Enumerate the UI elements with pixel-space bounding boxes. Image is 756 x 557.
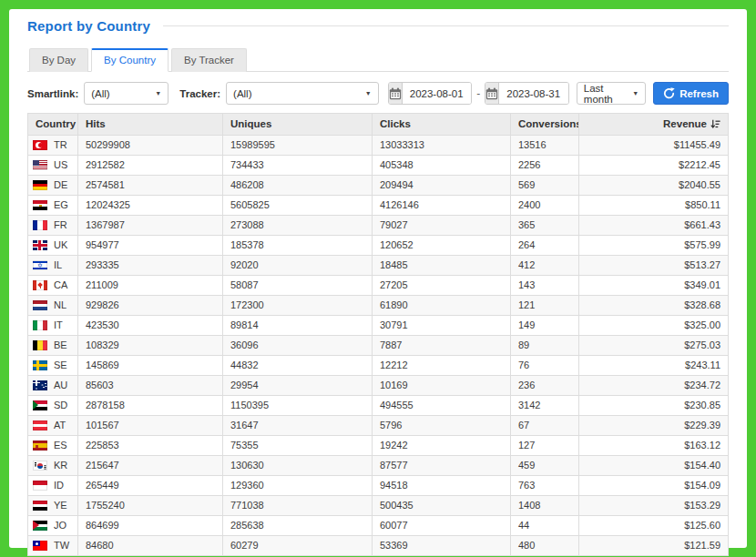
flag-es-icon	[33, 441, 47, 451]
revenue-cell: $229.39	[579, 416, 729, 436]
smartlink-select[interactable]: (All) ▼	[84, 82, 169, 105]
date-to-input[interactable]	[499, 83, 569, 104]
column-header-label: Conversions	[518, 118, 579, 129]
hits-cell: 265449	[78, 476, 223, 496]
chevron-down-icon: ▼	[155, 90, 161, 96]
country-cell: US	[28, 156, 78, 176]
table-row: US29125827344334053482256$2212.45	[28, 156, 729, 176]
table-row: BE10832936096788789$275.03	[28, 336, 729, 356]
country-code: JO	[54, 520, 66, 531]
conversions-cell: 763	[511, 476, 579, 496]
conversions-cell: 480	[511, 536, 579, 556]
date-from-input[interactable]	[403, 83, 473, 104]
clicks-cell: 18485	[373, 256, 511, 276]
uniques-cell: 92020	[223, 256, 373, 276]
conversions-cell: 76	[511, 356, 579, 376]
clicks-cell: 87577	[373, 456, 511, 476]
hits-cell: 145869	[78, 356, 223, 376]
table-row: CA2110095808727205143$349.01	[28, 276, 729, 296]
clicks-cell: 12212	[373, 356, 511, 376]
country-code: YE	[54, 500, 67, 511]
country-code: IT	[54, 319, 63, 330]
clicks-cell: 19242	[373, 436, 511, 456]
country-cell: JO	[28, 516, 78, 536]
table-row: ID26544912936094518763$154.09	[28, 476, 729, 496]
flag-ye-icon	[33, 501, 47, 511]
conversions-cell: 2256	[511, 156, 579, 176]
clicks-cell: 53369	[373, 536, 511, 556]
country-cell: ID	[28, 476, 78, 496]
calendar-icon[interactable]	[485, 83, 499, 104]
revenue-cell: $328.68	[579, 296, 729, 316]
hits-cell: 84680	[78, 536, 223, 556]
sort-descending-icon	[710, 119, 720, 129]
column-header-revenue[interactable]: Revenue	[579, 114, 729, 136]
column-header-uniques[interactable]: Uniques	[223, 114, 373, 136]
column-header-country[interactable]: Country	[28, 114, 78, 136]
revenue-cell: $121.59	[579, 536, 729, 556]
flag-fr-icon	[33, 220, 47, 230]
flag-it-icon	[33, 320, 47, 330]
country-cell: DE	[28, 176, 78, 196]
calendar-icon[interactable]	[389, 83, 403, 104]
country-code: US	[54, 159, 67, 170]
country-code: AT	[54, 420, 66, 430]
conversions-cell: 149	[511, 316, 579, 336]
flag-uk-icon	[33, 240, 47, 250]
tab-by-country[interactable]: By Country	[91, 48, 169, 72]
clicks-cell: 60077	[373, 516, 511, 536]
uniques-cell: 44832	[223, 356, 373, 376]
clicks-cell: 13033313	[373, 136, 511, 156]
country-code: BE	[54, 339, 67, 350]
hits-cell: 85603	[78, 376, 223, 396]
country-code: SD	[54, 400, 67, 410]
table-row: TR50299908159895951303331313516$11455.49	[28, 136, 729, 156]
date-from-group	[388, 82, 473, 105]
column-header-clicks[interactable]: Clicks	[373, 114, 511, 136]
country-cell: TR	[28, 136, 78, 156]
conversions-cell: 44	[511, 516, 579, 536]
country-cell: TW	[28, 536, 78, 556]
table-row: FR136798727308879027365$661.43	[28, 216, 729, 236]
hits-cell: 12024325	[78, 196, 223, 216]
table-row: DE2574581486208209494569$2040.55	[28, 176, 729, 196]
table-row: UK954977185378120652264$575.99	[28, 236, 729, 256]
flag-jo-icon	[33, 521, 47, 531]
revenue-cell: $243.11	[579, 356, 729, 376]
hits-cell: 108329	[78, 336, 223, 356]
column-header-hits[interactable]: Hits	[78, 114, 223, 136]
country-cell: SE	[28, 356, 78, 376]
table-row: JO8646992856386007744$125.60	[28, 516, 729, 536]
country-code: DE	[54, 179, 67, 190]
tab-by-tracker[interactable]: By Tracker	[171, 48, 247, 72]
column-header-conversions[interactable]: Conversions	[511, 114, 579, 136]
column-header-label: Uniques	[230, 118, 271, 129]
flag-tr-icon	[33, 140, 47, 150]
tracker-value: (All)	[233, 88, 251, 99]
tab-by-day[interactable]: By Day	[29, 48, 88, 72]
country-cell: CA	[28, 276, 78, 296]
uniques-cell: 15989595	[223, 136, 373, 156]
refresh-button[interactable]: Refresh	[653, 82, 729, 105]
chevron-down-icon: ▼	[632, 90, 639, 96]
table-row: AT10156731647579667$229.39	[28, 416, 729, 436]
flag-us-icon	[33, 160, 47, 170]
conversions-cell: 127	[511, 436, 579, 456]
country-code: CA	[54, 279, 67, 290]
country-code: NL	[54, 299, 66, 310]
country-cell: NL	[28, 296, 78, 316]
conversions-cell: 459	[511, 456, 579, 476]
date-range-preset-select[interactable]: Last month ▼	[577, 82, 646, 105]
revenue-cell: $275.03	[579, 336, 729, 356]
country-cell: EG	[28, 196, 78, 216]
country-code: KR	[54, 460, 67, 471]
revenue-cell: $234.72	[579, 376, 729, 396]
conversions-cell: 3142	[511, 396, 579, 416]
tracker-select[interactable]: (All) ▼	[226, 82, 379, 105]
clicks-cell: 120652	[373, 236, 511, 256]
uniques-cell: 285638	[223, 516, 373, 536]
country-code: EG	[54, 199, 68, 210]
uniques-cell: 36096	[223, 336, 373, 356]
hits-cell: 954977	[78, 236, 223, 256]
header-divider	[163, 25, 729, 26]
